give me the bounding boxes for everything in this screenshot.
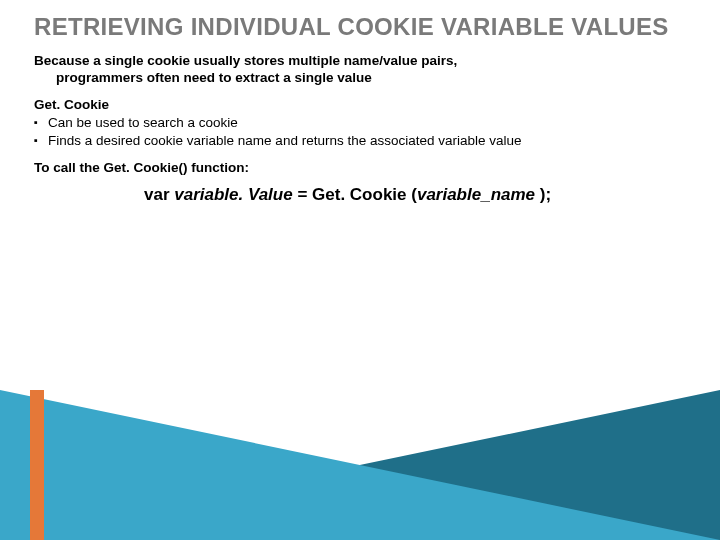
lead-paragraph: Because a single cookie usually stores m… — [34, 53, 594, 87]
bullet-item: Finds a desired cookie variable name and… — [34, 132, 686, 150]
footer-graphic — [0, 390, 720, 540]
lead-line-2: programmers often need to extract a sing… — [34, 70, 594, 87]
code-sample: var variable. Value = Get. Cookie (varia… — [34, 185, 686, 205]
code-var-name: variable. Value — [174, 185, 292, 204]
slide-content: RETRIEVING INDIVIDUAL COOKIE VARIABLE VA… — [0, 0, 720, 205]
bullet-item: Can be used to search a cookie — [34, 114, 686, 132]
lead-line-1: Because a single cookie usually stores m… — [34, 53, 457, 68]
code-arg: variable_name — [417, 185, 540, 204]
subheading-getcookie: Get. Cookie — [34, 97, 686, 112]
accent-bar — [30, 390, 44, 540]
triangle-light — [0, 390, 720, 540]
code-assign: = Get. Cookie ( — [293, 185, 417, 204]
code-close: ); — [540, 185, 551, 204]
bullet-list: Can be used to search a cookie Finds a d… — [34, 114, 686, 150]
slide-title: RETRIEVING INDIVIDUAL COOKIE VARIABLE VA… — [34, 14, 686, 41]
code-keyword: var — [144, 185, 174, 204]
call-text: To call the Get. Cookie() function: — [34, 160, 686, 175]
